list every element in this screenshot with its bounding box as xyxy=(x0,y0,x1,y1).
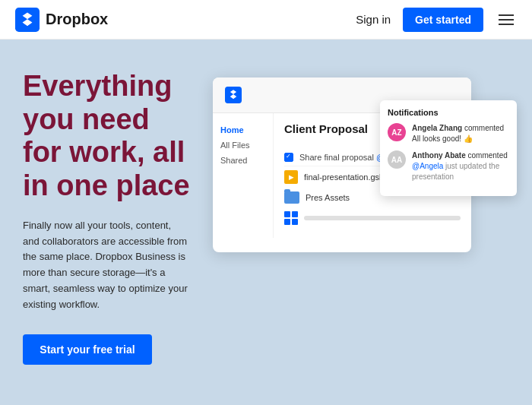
sidebar-all-files[interactable]: All Files xyxy=(220,141,265,150)
notif-message-1: All looks good! 👍 xyxy=(412,134,473,143)
grid-file-row xyxy=(284,207,461,229)
window-title: Client Proposal xyxy=(284,122,368,135)
trial-button[interactable]: Start your free trial xyxy=(23,334,152,365)
gslides-icon: ▶ xyxy=(284,170,298,184)
dropbox-logo-icon xyxy=(15,8,40,32)
notification-text-2: Anthony Abate commented @Angela just upd… xyxy=(412,150,509,182)
avatar-angela: AZ xyxy=(388,123,406,141)
folder-name[interactable]: Pres Assets xyxy=(306,193,350,202)
hero-title: Everything you need for work, all in one… xyxy=(23,70,190,203)
notif-mention: @Angela xyxy=(412,162,443,170)
logo-text: Dropbox xyxy=(46,11,108,28)
notification-item-2: AA Anthony Abate commented @Angela just … xyxy=(388,150,509,182)
notification-popup: Notifications AZ Angela Zhang commented … xyxy=(380,100,517,196)
sidebar-home[interactable]: Home xyxy=(220,125,265,134)
notif-name-1: Angela Zhang xyxy=(412,124,462,132)
sidebar-shared[interactable]: Shared xyxy=(220,156,265,165)
file-bar xyxy=(304,216,461,220)
app-sidebar: Home All Files Shared xyxy=(213,113,274,238)
header: Dropbox Sign in Get started xyxy=(0,0,532,40)
get-started-button[interactable]: Get started xyxy=(403,8,483,32)
folder-icon xyxy=(284,191,299,204)
sign-in-link[interactable]: Sign in xyxy=(356,13,391,26)
notification-text-1: Angela Zhang commented All looks good! 👍 xyxy=(412,123,504,144)
header-actions: Sign in Get started xyxy=(356,8,517,32)
hero-mockup-area: Home All Files Shared Client Proposal 🔔 xyxy=(213,70,509,382)
hero-section: Everything you need for work, all in one… xyxy=(0,40,532,405)
notification-popup-title: Notifications xyxy=(388,108,509,117)
checkbox-checked[interactable] xyxy=(284,153,293,162)
hero-description: Finally now all your tools, content, and… xyxy=(23,218,190,313)
notif-name-2: Anthony Abate xyxy=(412,151,466,160)
logo-area: Dropbox xyxy=(15,8,108,32)
hamburger-menu-icon[interactable] xyxy=(496,11,517,28)
notification-item-1: AZ Angela Zhang commented All looks good… xyxy=(388,123,509,144)
grid-file-icon xyxy=(284,211,298,225)
avatar-anthony: AA xyxy=(388,150,406,169)
dropbox-small-icon xyxy=(225,87,242,103)
hero-content-left: Everything you need for work, all in one… xyxy=(23,70,190,382)
